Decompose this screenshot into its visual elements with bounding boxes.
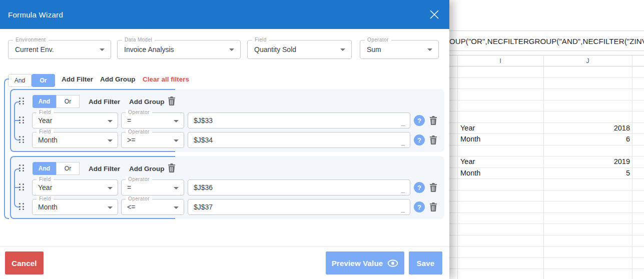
group2-and-option[interactable]: And [33,162,56,175]
cell-col-i[interactable] [457,78,543,89]
cell-col-i[interactable] [457,258,543,269]
cell-col-i[interactable] [457,190,543,202]
group1-filter2-value-input[interactable] [188,132,410,148]
field-select[interactable]: Field Quantity Sold [247,40,352,59]
chevron-down-icon [174,120,179,122]
trash-icon[interactable] [168,96,176,106]
cell-col-i[interactable]: Month [457,134,543,145]
preview-value-button[interactable]: Preview Value [326,252,404,274]
cell-col-j[interactable] [543,213,632,224]
help-icon[interactable]: ? [414,182,425,193]
group1-or-option[interactable]: Or [56,95,80,108]
drag-handle-icon[interactable] [19,184,25,192]
operator-label: Operator [365,37,391,43]
field-floating-label: Field [37,129,54,135]
drag-handle-icon[interactable] [19,164,25,172]
environment-select[interactable]: Environment Current Env. [8,40,111,59]
cell-col-i[interactable] [457,179,543,190]
cell-col-j[interactable] [543,224,632,235]
cancel-button[interactable]: Cancel [5,252,44,274]
group2-filter1-field-select[interactable]: Field Year [32,180,118,196]
cell-col-i[interactable]: Year [457,123,543,134]
group2-add-filter-button[interactable]: Add Filter [89,165,120,172]
help-icon[interactable]: ? [414,202,425,212]
cell-col-i[interactable] [457,66,543,78]
trash-icon[interactable] [429,116,437,125]
group1-filter1-operator-select[interactable]: Operator = [121,112,184,128]
cell-col-j[interactable] [543,89,632,100]
cell-col-i[interactable] [457,236,543,246]
clear-all-filters-button[interactable]: Clear all filters [143,76,189,83]
operator-floating-label: Operator [126,110,152,116]
group2-filter2-value-input[interactable] [188,200,410,214]
group1-add-group-button[interactable]: Add Group [129,98,165,106]
cell-col-j[interactable] [543,100,632,112]
cell-col-i[interactable] [457,213,543,224]
formula-bar[interactable]: OUP("OR",NECFILTERGROUP("AND",NECFILTER(… [449,32,644,51]
chevron-down-icon [100,48,105,51]
group1-filter1-field-select[interactable]: Field Year [32,112,118,128]
cell-col-j[interactable] [543,246,632,258]
field-floating-label: Field [37,196,54,202]
column-header-i[interactable]: I [457,56,543,67]
cell-col-j[interactable] [543,78,632,89]
column-header-j[interactable]: J [543,56,632,67]
cell-col-i[interactable] [457,224,543,235]
chevron-down-icon [229,48,234,51]
group1-add-filter-button[interactable]: Add Filter [89,98,120,106]
cell-col-j[interactable] [543,202,632,212]
group2-or-option[interactable]: Or [56,162,80,175]
root-add-filter-button[interactable]: Add Filter [62,76,93,83]
cell-col-i[interactable] [457,112,543,122]
cell-col-i[interactable]: Month [457,168,543,179]
group2-add-group-button[interactable]: Add Group [129,165,165,172]
help-icon[interactable]: ? [414,115,425,126]
cell-col-j[interactable] [543,146,632,156]
cell-col-j[interactable]: 5 [543,168,632,179]
cell-col-i[interactable] [457,146,543,156]
root-add-group-button[interactable]: Add Group [100,76,136,83]
group2-filter2-operator-select[interactable]: Operator <= [121,199,184,215]
close-icon[interactable] [428,8,440,20]
root-or-option[interactable]: Or [32,74,55,87]
cell-col-j[interactable]: 2019 [543,156,632,168]
group2-filter2-field-select[interactable]: Field Month [32,199,118,215]
cell-col-i[interactable] [457,100,543,112]
cell-col-j[interactable] [543,269,632,279]
drag-handle-icon[interactable] [19,203,25,211]
drag-handle-icon[interactable] [19,98,25,106]
sheet-row [449,246,644,258]
cell-col-j[interactable] [543,112,632,122]
cell-col-i[interactable] [457,202,543,212]
trash-icon[interactable] [429,136,437,144]
cell-col-j[interactable] [543,66,632,78]
drag-handle-icon[interactable] [19,116,25,124]
environment-value: Current Env. [9,40,111,58]
data-model-select[interactable]: Data Model Invoice Analysis [117,40,241,59]
root-and-option[interactable]: And [8,74,32,87]
trash-icon[interactable] [168,164,176,172]
cell-col-i[interactable] [457,89,543,100]
cell-col-j[interactable] [543,236,632,246]
cell-col-j[interactable]: 2018 [543,123,632,134]
cell-col-j[interactable] [543,179,632,190]
cell-col-j[interactable]: 6 [543,134,632,145]
drag-handle-icon[interactable] [19,136,25,144]
group1-filter1-value-input[interactable] [188,113,410,128]
help-icon[interactable]: ? [414,134,425,146]
group1-and-option[interactable]: And [33,95,56,108]
cell-col-i[interactable]: Year [457,156,543,168]
group2-filter1-operator-select[interactable]: Operator = [121,180,184,196]
group1-filter2-operator-select[interactable]: Operator >= [121,132,184,148]
cell-col-j[interactable] [543,190,632,202]
cell-col-i[interactable] [457,246,543,258]
save-button[interactable]: Save [409,252,442,274]
cell-col-j[interactable] [543,258,632,269]
group2-filter1-value-input[interactable] [188,180,410,195]
cell-col-i[interactable] [457,269,543,279]
operator-select[interactable]: Operator Sum [360,40,439,59]
group1-filter2-field-select[interactable]: Field Month [32,132,118,148]
trash-icon[interactable] [429,202,437,212]
field-value: Quantity Sold [248,40,351,58]
trash-icon[interactable] [429,183,437,192]
